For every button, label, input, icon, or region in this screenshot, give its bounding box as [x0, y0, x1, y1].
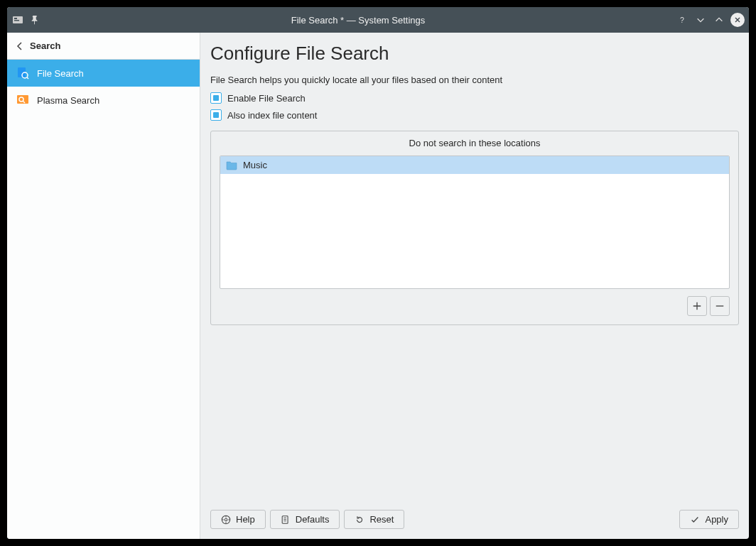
folder-icon — [226, 160, 237, 170]
reset-button[interactable]: Reset — [344, 510, 404, 529]
page-description: File Search helps you quickly locate all… — [210, 75, 739, 85]
svg-text:?: ? — [680, 16, 684, 24]
footer: Help Defaults Reset Apply — [210, 503, 739, 529]
spacer — [210, 325, 739, 503]
exclusion-list[interactable]: Music — [220, 155, 730, 289]
footer-spacer — [409, 510, 675, 529]
main: Configure File Search File Search helps … — [200, 33, 749, 539]
titlebar: File Search * — System Settings ? — [7, 7, 749, 33]
help-button[interactable]: Help — [210, 510, 266, 529]
svg-point-11 — [225, 518, 227, 521]
checkbox-enable-row: Enable File Search — [210, 92, 739, 104]
sidebar: Search File Search Plasma Search — [7, 33, 200, 539]
sidebar-item-plasma-search[interactable]: Plasma Search — [7, 87, 200, 114]
defaults-button[interactable]: Defaults — [270, 510, 340, 529]
maximize-icon[interactable] — [712, 13, 726, 27]
svg-rect-2 — [14, 20, 19, 21]
remove-location-button[interactable] — [710, 296, 730, 316]
checkbox-enable-label[interactable]: Enable File Search — [227, 93, 306, 104]
chevron-left-icon — [16, 42, 24, 50]
checkbox-enable[interactable] — [210, 92, 222, 104]
body: Search File Search Plasma Search — [7, 33, 749, 539]
plasma-search-icon — [16, 93, 30, 107]
sidebar-header-label: Search — [30, 40, 60, 51]
sidebar-item-file-search[interactable]: File Search — [7, 60, 200, 87]
checkbox-index-label[interactable]: Also index file content — [227, 110, 317, 121]
exclusion-title: Do not search in these locations — [220, 131, 730, 155]
pin-icon[interactable] — [28, 13, 41, 26]
titlebar-right: ? — [675, 13, 745, 27]
list-item-label: Music — [243, 160, 267, 170]
help-button-label: Help — [236, 514, 255, 525]
checkbox-index-row: Also index file content — [210, 109, 739, 121]
window: File Search * — System Settings ? — [7, 7, 749, 539]
defaults-button-label: Defaults — [296, 514, 330, 525]
window-title: File Search * — System Settings — [41, 15, 675, 26]
sidebar-item-label: File Search — [37, 68, 84, 79]
exclusion-buttons — [220, 296, 730, 316]
minimize-icon[interactable] — [693, 13, 708, 27]
sidebar-back[interactable]: Search — [7, 33, 200, 60]
file-search-icon — [16, 66, 30, 80]
checkbox-index-content[interactable] — [210, 109, 222, 121]
list-item[interactable]: Music — [220, 156, 729, 174]
sidebar-item-label: Plasma Search — [37, 95, 99, 106]
exclusion-group: Do not search in these locations Music — [210, 131, 739, 325]
titlebar-left — [11, 13, 41, 26]
app-icon — [11, 13, 24, 26]
page-title: Configure File Search — [210, 43, 739, 65]
svg-rect-1 — [14, 18, 17, 19]
add-location-button[interactable] — [687, 296, 707, 316]
svg-line-6 — [27, 77, 28, 79]
reset-button-label: Reset — [369, 514, 394, 525]
help-icon[interactable]: ? — [675, 13, 689, 27]
close-icon[interactable] — [730, 13, 745, 27]
apply-button-label: Apply — [705, 514, 728, 525]
sidebar-items: File Search Plasma Search — [7, 60, 200, 114]
apply-button[interactable]: Apply — [679, 510, 739, 529]
